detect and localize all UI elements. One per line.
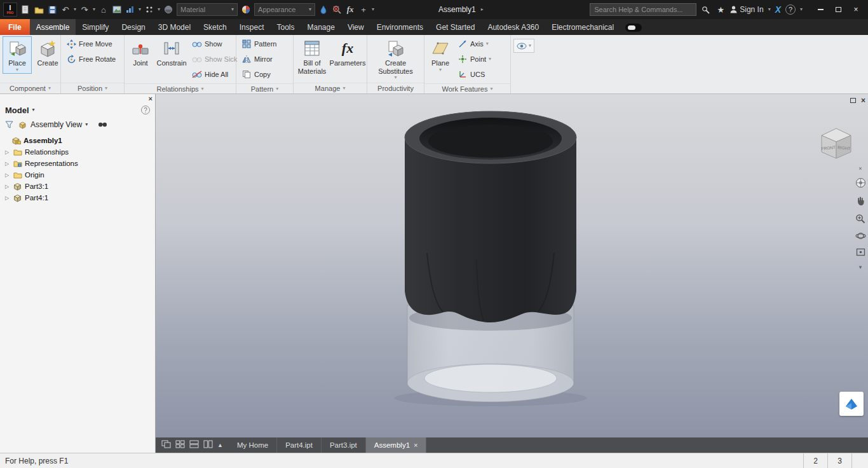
assembly-model[interactable] (156, 94, 868, 437)
tab-sketch[interactable]: Sketch (197, 19, 233, 35)
cap-part[interactable] (405, 111, 576, 322)
panel-label-pattern[interactable]: Pattern ▾ (236, 83, 293, 93)
browser-help-icon[interactable]: ? (141, 106, 150, 114)
parameters-quick-icon[interactable]: fx (345, 4, 355, 15)
material-select[interactable]: Material ▾ (177, 3, 238, 16)
bill-of-materials-button[interactable]: Bill of Materials (296, 36, 328, 76)
joint-button[interactable]: Joint (127, 36, 154, 69)
tree-item-representations[interactable]: ▷ Representations (3, 158, 155, 169)
panel-label-component[interactable]: Component ▾ (0, 83, 60, 93)
favorites-star-icon[interactable]: ★ (715, 4, 726, 15)
expand-arrow-icon[interactable]: ▷ (4, 184, 10, 189)
render-button[interactable] (112, 4, 122, 15)
tab-view[interactable]: View (341, 19, 370, 35)
horizontal-tile-icon[interactable] (189, 440, 199, 450)
doctab-close-icon[interactable]: × (414, 441, 417, 449)
title-expand-icon[interactable]: ▸ (481, 7, 484, 12)
orbit-icon[interactable] (855, 231, 866, 242)
tab-file[interactable]: File (0, 19, 30, 35)
tab-simplify[interactable]: Simplify (76, 19, 115, 35)
panel-label-relationships[interactable]: Relationships ▾ (125, 83, 236, 93)
tab-manage[interactable]: Manage (301, 19, 341, 35)
help-icon[interactable]: ? (785, 4, 796, 15)
display-options-dropdown[interactable]: ▾ (513, 39, 534, 53)
search-go-icon[interactable] (701, 4, 711, 15)
search-input[interactable] (590, 3, 696, 16)
pan-icon[interactable] (856, 196, 865, 208)
redo-button[interactable]: ↷ (79, 4, 90, 15)
redo-caret-icon[interactable]: ▾ (93, 7, 95, 12)
measure-button[interactable] (125, 4, 135, 15)
panel-label-manage[interactable]: Manage ▾ (294, 83, 367, 93)
browser-title-caret-icon[interactable]: ▾ (32, 107, 35, 113)
material-browser-icon[interactable] (163, 4, 173, 15)
free-move-button[interactable]: Free Move (64, 36, 115, 52)
doctab-part3[interactable]: Part3.ipt (322, 437, 366, 453)
point-caret-icon[interactable]: ▾ (489, 57, 491, 62)
filter-icon[interactable] (4, 120, 14, 130)
measure-caret-icon[interactable]: ▾ (139, 7, 141, 12)
show-button[interactable]: Show (189, 36, 240, 52)
panel-display-toggle-icon[interactable] (625, 24, 642, 32)
doc-close-button[interactable]: × (861, 96, 865, 105)
create-substitutes-caret-icon[interactable]: ▾ (394, 75, 397, 80)
place-caret-icon[interactable]: ▾ (16, 67, 18, 72)
ucs-button[interactable]: UCS (455, 67, 494, 82)
home-button[interactable]: ⌂ (98, 4, 109, 15)
tree-item-assembly1[interactable]: Assembly1 (3, 135, 155, 146)
undo-caret-icon[interactable]: ▾ (74, 7, 76, 12)
copy-button[interactable]: Copy (239, 67, 273, 82)
doc-restore-button[interactable] (850, 96, 856, 105)
place-button[interactable]: Place ▾ (3, 36, 32, 74)
tab-get-started[interactable]: Get Started (430, 19, 481, 35)
hide-all-button[interactable]: Hide All (189, 67, 240, 82)
application-menu-icon[interactable] (20, 4, 31, 15)
create-button[interactable]: Create (33, 36, 62, 69)
doctab-part4[interactable]: Part4.ipt (277, 437, 322, 453)
doctab-assembly1[interactable]: Assembly1 × (366, 437, 427, 453)
annotate-caret-icon[interactable]: ▾ (158, 7, 160, 12)
mirror-button[interactable]: Mirror (239, 52, 275, 67)
panel-label-work-features[interactable]: Work Features ▾ (424, 83, 510, 93)
tree-item-relationships[interactable]: ▷ Relationships (3, 146, 155, 158)
vertical-tile-icon[interactable] (203, 440, 213, 450)
plane-caret-icon[interactable]: ▾ (439, 67, 442, 72)
tab-environments[interactable]: Environments (370, 19, 430, 35)
tile-windows-icon[interactable] (175, 440, 185, 450)
tree-item-origin[interactable]: ▷ Origin (3, 169, 155, 181)
browser-close-icon[interactable]: × (149, 95, 153, 102)
pattern-button[interactable]: Pattern (239, 36, 279, 52)
free-rotate-button[interactable]: Free Rotate (64, 52, 118, 67)
maximize-button[interactable] (830, 3, 846, 17)
undo-button[interactable]: ↶ (60, 4, 71, 15)
tab-inspect[interactable]: Inspect (233, 19, 271, 35)
add-quick-command-icon[interactable]: + (358, 4, 369, 15)
doctab-my-home[interactable]: My Home (229, 437, 277, 453)
cascade-windows-icon[interactable] (161, 440, 171, 450)
save-button[interactable] (47, 4, 57, 15)
expand-arrow-icon[interactable]: ▷ (4, 149, 10, 155)
help-caret-icon[interactable]: ▾ (800, 7, 803, 12)
navbar-close-icon[interactable]: × (858, 165, 862, 172)
expand-arrow-icon[interactable]: ▷ (4, 172, 10, 178)
adjust-button[interactable] (318, 4, 329, 15)
parameters-button[interactable]: fx Parameters (329, 36, 366, 69)
zoom-icon[interactable] (855, 214, 865, 226)
close-button[interactable]: × (848, 3, 864, 17)
assembly-view-selector[interactable]: Assembly View (31, 120, 82, 129)
exchange-apps-icon[interactable]: X (775, 4, 781, 15)
minimize-button[interactable] (812, 3, 829, 17)
open-button[interactable] (34, 4, 44, 15)
panel-label-productivity[interactable]: Productivity (367, 83, 424, 93)
tab-assemble[interactable]: Assemble (30, 19, 76, 35)
constrain-button[interactable]: Constrain (155, 36, 188, 69)
qat-customize-caret-icon[interactable]: ▾ (372, 7, 374, 12)
create-substitutes-button[interactable]: Create Substitutes ▾ (370, 36, 421, 81)
point-button[interactable]: Point ▾ (455, 52, 494, 67)
browser-title[interactable]: Model (5, 106, 29, 115)
sign-in-caret-icon[interactable]: ▾ (768, 7, 771, 12)
view-cube[interactable]: FRONT RIGHT (816, 121, 857, 163)
plane-button[interactable]: Plane ▾ (427, 36, 454, 74)
expand-arrow-icon[interactable]: ▷ (4, 161, 10, 167)
axis-button[interactable]: Axis ▾ (455, 36, 494, 52)
